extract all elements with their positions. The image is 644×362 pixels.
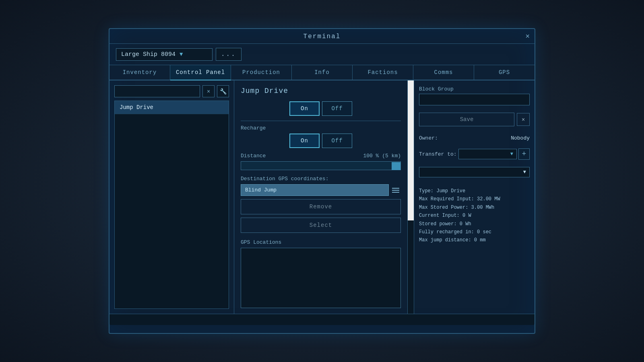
- stat-recharged: Fully recharged in: 0 sec: [419, 228, 530, 236]
- power-off-button[interactable]: Off: [322, 101, 352, 116]
- left-panel: × 🔧 Jump Drive: [109, 80, 234, 314]
- faction-dropdown[interactable]: ▼: [419, 167, 530, 177]
- search-input[interactable]: [114, 85, 200, 97]
- block-list: Jump Drive: [114, 101, 229, 309]
- remove-button[interactable]: Remove: [241, 199, 401, 214]
- tab-info[interactable]: Info: [292, 65, 353, 80]
- list-item[interactable]: Jump Drive: [115, 101, 229, 114]
- transfer-dropdown[interactable]: ▼: [458, 149, 517, 159]
- ship-name: Large Ship 8094: [121, 51, 175, 58]
- window-close-button[interactable]: ×: [525, 33, 530, 40]
- gps-locations-list: [241, 248, 401, 308]
- power-on-button[interactable]: On: [289, 101, 320, 116]
- distance-slider-container: [241, 161, 401, 170]
- title-bar: Terminal ×: [109, 29, 535, 44]
- center-with-scroll: Jump Drive On Off Recharge On Off Dis: [234, 80, 414, 314]
- transfer-row: Transfer to: ▼ +: [419, 148, 530, 160]
- clear-search-button[interactable]: ×: [202, 85, 215, 97]
- select-button[interactable]: Select: [241, 218, 401, 233]
- terminal-window: Terminal × Large Ship 8094 ▼ ... Invento…: [109, 28, 535, 334]
- tab-comms[interactable]: Comms: [413, 65, 474, 80]
- stat-max-stored: Max Stored Power: 3.00 MWh: [419, 204, 530, 212]
- distance-label-row: Distance 100 % (5 km): [241, 153, 401, 159]
- tabs-row: Inventory Control Panel Production Info …: [109, 65, 535, 80]
- block-group-label: Block Group: [419, 86, 530, 92]
- scrollbar-track[interactable]: [407, 80, 414, 314]
- menu-icon[interactable]: [390, 186, 401, 194]
- transfer-add-button[interactable]: +: [518, 148, 530, 160]
- menu-line-2: [392, 190, 399, 191]
- window-title: Terminal: [303, 33, 341, 40]
- owner-row: Owner: Nobody: [419, 135, 530, 141]
- transfer-dropdown-arrow: ▼: [510, 151, 513, 157]
- filter-icon: 🔧: [220, 88, 227, 95]
- bottom-bar: [109, 314, 535, 325]
- slider-fill: [241, 162, 400, 170]
- block-group-input[interactable]: [419, 94, 530, 105]
- recharge-on-button[interactable]: On: [289, 134, 320, 148]
- menu-line-1: [392, 188, 399, 189]
- block-title: Jump Drive: [241, 87, 401, 95]
- menu-line-3: [392, 192, 399, 193]
- right-panel: Block Group Save × Owner: Nobody Transfe…: [414, 80, 535, 314]
- gps-locations-label: GPS Locations: [241, 239, 401, 245]
- scrollbar-thumb[interactable]: [408, 80, 414, 220]
- tab-inventory[interactable]: Inventory: [109, 65, 170, 80]
- recharge-toggle-row: On Off: [241, 134, 401, 148]
- ship-selector-row: Large Ship 8094 ▼ ...: [109, 44, 535, 65]
- gps-input-row: [241, 184, 401, 196]
- recharge-label-row: Recharge: [241, 125, 401, 131]
- tab-gps[interactable]: GPS: [474, 65, 535, 80]
- filter-button[interactable]: 🔧: [217, 85, 229, 97]
- divider-1: [241, 121, 401, 121]
- destination-gps-label: Destination GPS coordinates:: [241, 176, 401, 182]
- stat-max-jump: Max jump distance: 0 mm: [419, 236, 530, 244]
- slider-track[interactable]: [241, 161, 401, 170]
- distance-value: 100 % (5 km): [363, 153, 401, 159]
- dropdown-arrow-icon: ▼: [180, 51, 183, 58]
- tab-factions[interactable]: Factions: [353, 65, 413, 80]
- save-row: Save ×: [419, 113, 530, 126]
- close-icon: ×: [207, 88, 210, 95]
- recharge-off-button[interactable]: Off: [322, 134, 352, 148]
- slider-thumb[interactable]: [392, 162, 400, 170]
- tab-control-panel[interactable]: Control Panel: [170, 65, 231, 80]
- transfer-label: Transfer to:: [419, 151, 457, 157]
- recharge-label: Recharge: [241, 125, 266, 131]
- main-content: × 🔧 Jump Drive Jump Drive On Off: [109, 80, 535, 314]
- save-close-button[interactable]: ×: [517, 113, 530, 126]
- more-options-button[interactable]: ...: [216, 48, 242, 61]
- power-toggle-row: On Off: [241, 101, 401, 116]
- stat-type: Type: Jump Drive: [419, 187, 530, 195]
- center-panel: Jump Drive On Off Recharge On Off Dis: [234, 80, 407, 314]
- block-group-section: Block Group: [419, 86, 530, 109]
- stat-max-input: Max Required Input: 32.00 MW: [419, 195, 530, 203]
- save-button[interactable]: Save: [419, 113, 514, 126]
- destination-gps-input[interactable]: [241, 184, 389, 196]
- stat-stored-power: Stored power: 0 Wh: [419, 220, 530, 228]
- tab-production[interactable]: Production: [231, 65, 292, 80]
- search-row: × 🔧: [114, 85, 229, 97]
- stats-section: Type: Jump Drive Max Required Input: 32.…: [419, 187, 530, 245]
- owner-label: Owner:: [419, 135, 438, 141]
- faction-dropdown-arrow: ▼: [523, 169, 526, 175]
- owner-value: Nobody: [511, 135, 530, 141]
- distance-label: Distance: [241, 153, 266, 159]
- stat-current-input: Current Input: 0 W: [419, 212, 530, 220]
- ship-dropdown[interactable]: Large Ship 8094 ▼: [116, 48, 213, 61]
